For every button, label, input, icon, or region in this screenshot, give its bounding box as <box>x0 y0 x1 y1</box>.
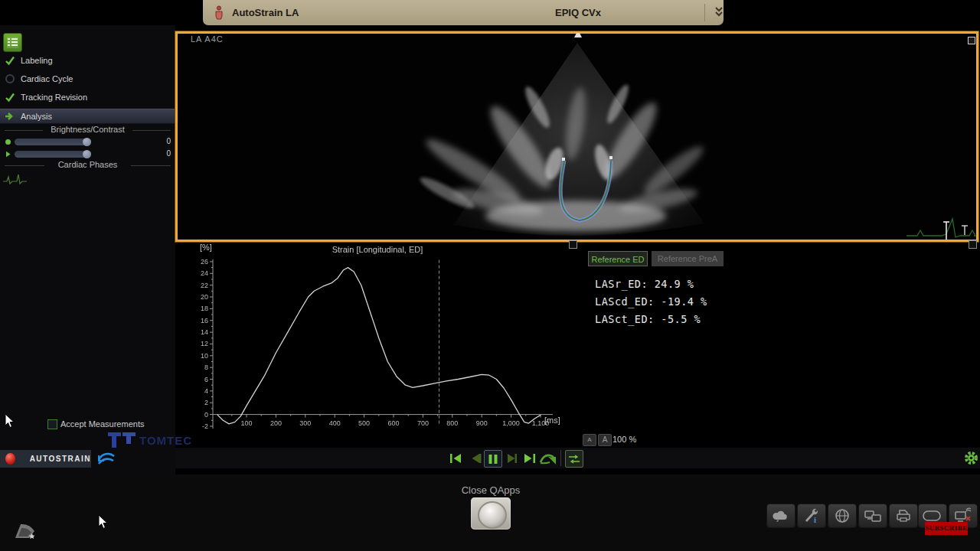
sidebar-item-analysis[interactable]: Analysis <box>0 109 175 124</box>
ecg-trace <box>906 219 975 240</box>
titlebar-divider <box>704 4 705 21</box>
pause-icon <box>488 454 498 465</box>
strain-curve <box>217 268 541 424</box>
svg-text:600: 600 <box>387 419 399 427</box>
battery-icon <box>923 510 942 521</box>
svg-text:800: 800 <box>446 419 458 427</box>
qapp-title: AutoStrain LA <box>232 7 299 18</box>
tomtec-logo: TOMTEC <box>107 431 192 449</box>
svg-text:24: 24 <box>201 269 208 277</box>
cloud-icon <box>772 509 790 523</box>
skip-to-end-button[interactable] <box>521 450 538 466</box>
step-back-button[interactable] <box>467 450 484 466</box>
sidebar-item-labeling[interactable]: Labeling <box>0 54 175 67</box>
svg-text:8: 8 <box>204 364 208 371</box>
chart-y-unit: [%] <box>200 243 212 252</box>
svg-text:400: 400 <box>329 419 341 427</box>
svg-text:14: 14 <box>201 328 208 336</box>
step-forward-icon <box>505 453 518 464</box>
skip-end-icon <box>524 453 536 464</box>
network-globe-button[interactable] <box>828 504 857 528</box>
step-back-icon <box>469 453 482 464</box>
svg-text:i: i <box>814 515 816 523</box>
loop-speed-icon <box>539 452 556 465</box>
sector-apex-marker <box>572 33 584 37</box>
computers-icon <box>864 508 882 523</box>
svg-text:300: 300 <box>299 419 311 427</box>
tab-reference-prea[interactable]: Reference PreA <box>652 251 724 266</box>
print-button[interactable] <box>889 504 918 528</box>
ultrasound-image-panel[interactable] <box>175 31 978 242</box>
trackball-button[interactable] <box>471 497 511 530</box>
svg-text:4: 4 <box>204 387 208 395</box>
brightness-slider-handle[interactable] <box>83 138 91 146</box>
brightness-slider-row: 0 <box>0 137 175 148</box>
probe-sector-icon[interactable] <box>12 521 37 541</box>
playbar-divider <box>560 450 561 466</box>
svg-text:1,000: 1,000 <box>502 419 520 427</box>
protocol-list-icon[interactable] <box>3 33 22 52</box>
loop-range-icon <box>568 455 580 464</box>
contrast-slider-handle[interactable] <box>83 150 91 158</box>
svg-text:2: 2 <box>204 399 208 406</box>
font-decrease-button[interactable]: A <box>583 434 596 446</box>
tools-info-button[interactable]: i <box>797 504 826 528</box>
svg-text:-2: -2 <box>202 422 208 430</box>
panel-expand-icon[interactable] <box>968 37 975 44</box>
svg-text:16: 16 <box>201 317 208 324</box>
measurement-lasr: LASr_ED: 24.9 % <box>595 278 694 290</box>
tab-reference-ed[interactable]: Reference ED <box>588 251 648 266</box>
autostrain-status-bar: AUTOSTRAIN <box>0 450 91 468</box>
machine-name: EPIQ CVx <box>555 7 601 18</box>
cardiac-phases-header: Cardiac Phases <box>0 160 175 169</box>
contrast-icon <box>5 151 11 158</box>
circle-icon <box>5 73 15 84</box>
network-pcs-button[interactable] <box>858 504 887 528</box>
ecg-phases-icon[interactable] <box>3 171 28 187</box>
zoom-level: 100 % <box>612 435 636 444</box>
svg-text:200: 200 <box>270 419 282 427</box>
svg-text:18: 18 <box>201 305 208 312</box>
brightness-contrast-header: Brightness/Contrast <box>0 125 175 134</box>
globe-icon <box>834 507 851 524</box>
cloud-button[interactable] <box>766 504 795 528</box>
undo-swoosh-icon[interactable] <box>97 451 116 466</box>
chevron-double-down-icon[interactable] <box>711 5 727 20</box>
workflow-sidebar: Labeling Cardiac Cycle Tracking Revision… <box>0 25 175 474</box>
svg-text:26: 26 <box>201 258 208 266</box>
check-icon <box>5 92 15 103</box>
ultrasound-image <box>178 34 976 240</box>
tomtec-tt-icon <box>107 431 139 449</box>
sidebar-item-cardiac-cycle[interactable]: Cardiac Cycle <box>0 72 175 86</box>
strain-chart[interactable]: -202468101214161820222426100200300400500… <box>176 242 574 448</box>
svg-text:6: 6 <box>204 376 208 383</box>
svg-text:500: 500 <box>358 419 370 427</box>
measurement-lascd: LAScd_ED: -19.4 % <box>595 295 707 308</box>
qapp-title-bar: AutoStrain LA EPIQ CVx <box>203 0 724 25</box>
svg-text:700: 700 <box>417 419 429 427</box>
panel-resize-handle-right[interactable] <box>969 240 977 249</box>
chart-x-unit: [ms] <box>544 416 560 425</box>
patient-body-icon <box>214 5 224 20</box>
brightness-value: 0 <box>166 137 171 145</box>
wrench-info-icon: i <box>802 508 821 523</box>
check-icon <box>5 55 15 66</box>
skip-to-start-button[interactable] <box>447 450 464 466</box>
contrast-slider[interactable] <box>15 151 91 158</box>
close-qapps-label: Close QApps <box>430 484 552 496</box>
record-indicator-icon <box>5 453 15 465</box>
trackball-ball <box>478 501 507 529</box>
accept-measurements-label: Accept Measurements <box>60 419 144 429</box>
pause-button[interactable] <box>484 450 502 468</box>
chart-title: Strain [Longitudinal, ED] <box>309 245 446 254</box>
brightness-slider[interactable] <box>15 139 91 145</box>
accept-measurements-checkbox[interactable] <box>47 419 57 429</box>
sidebar-item-tracking-revision[interactable]: Tracking Revision <box>0 90 175 104</box>
brightness-icon <box>5 139 11 145</box>
subscribe-banner[interactable]: SUBSCRIBE <box>925 522 968 535</box>
settings-gear-icon[interactable] <box>963 450 979 466</box>
font-increase-button[interactable]: A <box>598 434 612 446</box>
loop-speed-button[interactable] <box>539 450 556 466</box>
loop-range-button[interactable] <box>565 450 583 468</box>
step-forward-button[interactable] <box>503 450 520 466</box>
